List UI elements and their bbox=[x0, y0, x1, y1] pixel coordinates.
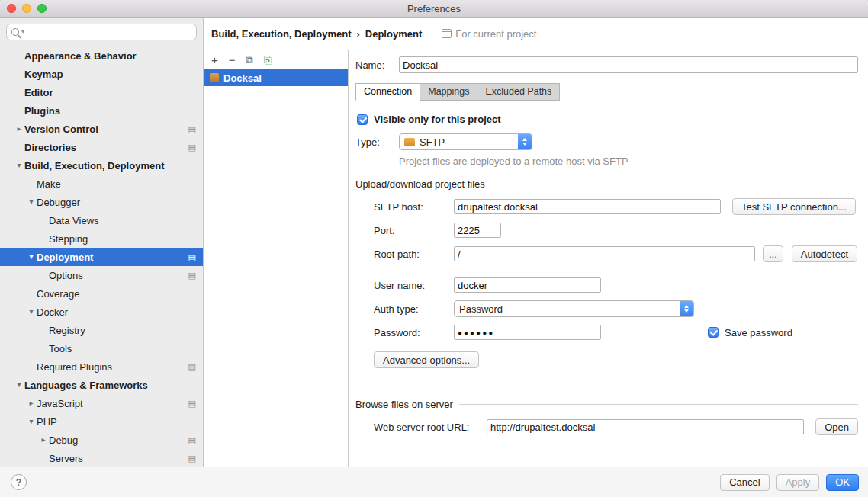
dropdown-stepper-icon bbox=[518, 134, 532, 149]
sidebar-item-build-execution-deployment[interactable]: ▾Build, Execution, Deployment bbox=[0, 156, 203, 175]
chevron-down-icon[interactable]: ▾ bbox=[26, 308, 37, 316]
server-icon bbox=[210, 73, 219, 82]
settings-tree: Appearance & Behavior Keymap Editor Plug… bbox=[0, 46, 203, 467]
sftp-host-input[interactable] bbox=[454, 199, 721, 214]
sidebar-item-javascript[interactable]: ▸JavaScript▤ bbox=[0, 394, 203, 412]
tab-excluded-paths[interactable]: Excluded Paths bbox=[477, 83, 560, 101]
copy-server-button[interactable]: ⧉ bbox=[246, 55, 253, 65]
sftp-host-label: SFTP host: bbox=[374, 201, 454, 213]
advanced-options-button[interactable]: Advanced options... bbox=[374, 351, 479, 368]
user-name-row: User name: bbox=[374, 277, 858, 293]
port-row: Port: bbox=[374, 223, 858, 238]
remove-server-button[interactable]: − bbox=[229, 54, 236, 66]
chevron-down-icon[interactable]: ▾ bbox=[26, 418, 37, 425]
auth-type-value: Password bbox=[459, 303, 503, 315]
web-root-label: Web server root URL: bbox=[374, 422, 487, 433]
sidebar-item-servers[interactable]: Servers▤ bbox=[0, 449, 203, 467]
server-name: Docksal bbox=[223, 72, 262, 84]
breadcrumb: Build, Execution, Deployment › Deploymen… bbox=[204, 18, 868, 50]
tab-connection[interactable]: Connection bbox=[355, 83, 420, 101]
browse-root-path-button[interactable]: ... bbox=[763, 245, 783, 262]
footer-buttons: Cancel Apply OK bbox=[720, 474, 859, 491]
auth-type-select[interactable]: Password bbox=[454, 300, 694, 317]
sidebar-item-appearance-behavior[interactable]: Appearance & Behavior bbox=[0, 46, 203, 65]
name-input[interactable] bbox=[399, 56, 858, 73]
sidebar-item-tools[interactable]: Tools bbox=[0, 339, 203, 358]
main-area: ▾ Appearance & Behavior Keymap Editor Pl… bbox=[0, 18, 868, 467]
type-select[interactable]: SFTP bbox=[399, 133, 532, 150]
password-row: Password: Save password bbox=[374, 325, 858, 340]
sidebar-item-options[interactable]: Options▤ bbox=[0, 266, 203, 284]
visible-only-row: Visible only for this project bbox=[357, 114, 868, 125]
sidebar-item-debug[interactable]: ▸Debug▤ bbox=[0, 431, 203, 449]
user-name-input[interactable] bbox=[454, 277, 601, 293]
breadcrumb-parent[interactable]: Build, Execution, Deployment bbox=[211, 28, 351, 40]
password-input[interactable] bbox=[454, 325, 601, 340]
chevron-right-icon[interactable]: ▸ bbox=[26, 399, 37, 407]
sidebar-item-make[interactable]: Make bbox=[0, 175, 203, 193]
visible-only-checkbox[interactable] bbox=[357, 114, 368, 125]
apply-button[interactable]: Apply bbox=[776, 474, 820, 491]
shared-settings-icon: ▤ bbox=[188, 271, 196, 280]
sidebar-item-required-plugins[interactable]: Required Plugins▤ bbox=[0, 358, 203, 376]
sidebar-item-registry[interactable]: Registry bbox=[0, 321, 203, 339]
save-password-label: Save password bbox=[725, 327, 792, 338]
cancel-button[interactable]: Cancel bbox=[720, 474, 769, 491]
sidebar-item-data-views[interactable]: Data Views bbox=[0, 211, 203, 229]
sidebar-item-languages-frameworks[interactable]: ▾Languages & Frameworks bbox=[0, 376, 203, 394]
autodetect-button[interactable]: Autodetect bbox=[792, 245, 857, 262]
chevron-down-icon[interactable]: ▾ bbox=[26, 198, 37, 206]
sidebar-item-version-control[interactable]: ▸Version Control▤ bbox=[0, 120, 203, 138]
minimize-window-button[interactable] bbox=[22, 4, 31, 13]
sidebar-item-stepping[interactable]: Stepping bbox=[0, 229, 203, 248]
sidebar-item-docker[interactable]: ▾Docker bbox=[0, 303, 203, 321]
server-list-panel: + − ⧉ ⎘ Docksal bbox=[204, 50, 349, 467]
search-input[interactable]: ▾ bbox=[6, 24, 197, 40]
chevron-right-icon[interactable]: ▸ bbox=[38, 436, 49, 444]
help-button[interactable]: ? bbox=[11, 474, 27, 490]
sidebar-item-directories[interactable]: Directories▤ bbox=[0, 138, 203, 156]
open-button[interactable]: Open bbox=[815, 418, 858, 435]
shared-settings-icon: ▤ bbox=[188, 363, 196, 371]
sidebar-item-plugins[interactable]: Plugins bbox=[0, 101, 203, 120]
sftp-icon bbox=[404, 138, 415, 146]
sidebar-item-coverage[interactable]: Coverage bbox=[0, 284, 203, 303]
tab-mappings[interactable]: Mappings bbox=[420, 83, 477, 101]
server-list-item-docksal[interactable]: Docksal bbox=[204, 69, 348, 86]
chevron-down-icon[interactable]: ▾ bbox=[14, 381, 24, 389]
sidebar-item-keymap[interactable]: Keymap bbox=[0, 65, 203, 83]
sidebar-item-php[interactable]: ▾PHP bbox=[0, 412, 203, 431]
chevron-down-icon[interactable]: ▾ bbox=[14, 162, 24, 169]
sidebar-item-deployment[interactable]: ▾Deployment▤ bbox=[0, 248, 203, 266]
chevron-right-icon[interactable]: ▸ bbox=[14, 125, 24, 133]
advanced-options-row: Advanced options... bbox=[374, 351, 868, 368]
visible-only-label: Visible only for this project bbox=[374, 114, 501, 125]
ok-button[interactable]: OK bbox=[826, 474, 859, 491]
zoom-window-button[interactable] bbox=[37, 4, 47, 13]
root-path-input[interactable] bbox=[454, 246, 755, 261]
use-as-default-button[interactable]: ⎘ bbox=[264, 55, 272, 65]
name-row: Name: bbox=[355, 56, 858, 73]
chevron-down-icon[interactable]: ▾ bbox=[26, 253, 37, 261]
dialog-footer: ? Cancel Apply OK bbox=[0, 467, 868, 497]
web-root-row: Web server root URL: Open bbox=[374, 418, 858, 435]
test-sftp-connection-button[interactable]: Test SFTP connection... bbox=[732, 198, 856, 215]
search-icon bbox=[11, 28, 19, 36]
add-server-button[interactable]: + bbox=[211, 54, 218, 66]
name-label: Name: bbox=[355, 59, 399, 71]
port-input[interactable] bbox=[454, 223, 501, 238]
upload-section-header: Upload/download project files bbox=[355, 178, 858, 190]
close-window-button[interactable] bbox=[7, 4, 16, 13]
save-password-checkbox[interactable] bbox=[708, 327, 719, 338]
project-scope-label: For current project bbox=[455, 28, 536, 40]
user-name-label: User name: bbox=[374, 280, 454, 291]
shared-settings-icon: ▤ bbox=[188, 253, 196, 261]
sidebar-item-editor[interactable]: Editor bbox=[0, 83, 203, 101]
sidebar-item-debugger[interactable]: ▾Debugger bbox=[0, 193, 203, 211]
upload-section-title: Upload/download project files bbox=[355, 178, 485, 190]
auth-type-label: Auth type: bbox=[374, 303, 454, 315]
password-label: Password: bbox=[374, 327, 454, 338]
shared-settings-icon: ▤ bbox=[188, 143, 196, 152]
root-path-label: Root path: bbox=[374, 248, 454, 260]
web-root-input[interactable] bbox=[487, 419, 804, 434]
